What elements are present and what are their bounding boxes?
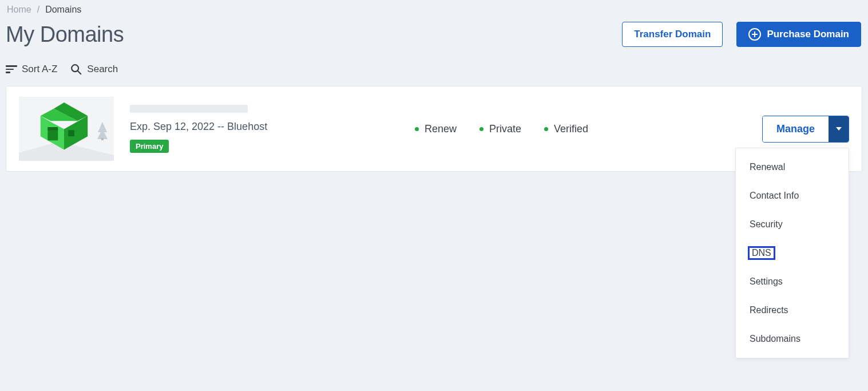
- page-header: My Domains Transfer Domain Purchase Doma…: [6, 19, 862, 58]
- dropdown-item-contact-info[interactable]: Contact Info: [736, 181, 849, 210]
- status-dot-icon: [415, 127, 419, 131]
- status-private[interactable]: Private: [479, 123, 521, 135]
- search-label: Search: [87, 64, 118, 75]
- primary-badge: Primary: [130, 140, 169, 153]
- sort-button[interactable]: Sort A-Z: [6, 64, 57, 75]
- dropdown-item-subdomains[interactable]: Subdomains: [736, 325, 849, 353]
- status-dot-icon: [479, 127, 483, 131]
- svg-rect-9: [47, 127, 58, 130]
- manage-button[interactable]: Manage: [763, 116, 829, 142]
- svg-rect-7: [68, 130, 74, 136]
- svg-line-1: [78, 71, 81, 74]
- purchase-domain-label: Purchase Domain: [767, 29, 849, 40]
- manage-dropdown-wrap: Manage Renewal Contact Info Security DNS…: [762, 116, 849, 143]
- header-actions: Transfer Domain Purchase Domain: [622, 22, 861, 47]
- dropdown-item-redirects[interactable]: Redirects: [736, 296, 849, 325]
- status-dot-icon: [544, 127, 548, 131]
- chevron-down-icon: [836, 127, 842, 131]
- page-title: My Domains: [6, 22, 124, 47]
- status-private-label: Private: [489, 123, 521, 135]
- svg-rect-11: [101, 138, 104, 140]
- domain-name-redacted: [130, 105, 248, 113]
- svg-marker-10: [97, 122, 108, 139]
- domain-info: Exp. Sep 12, 2022 -- Bluehost Primary: [130, 105, 393, 153]
- domain-expiration: Exp. Sep 12, 2022 -- Bluehost: [130, 121, 393, 133]
- breadcrumb-separator: /: [37, 5, 39, 15]
- transfer-domain-label: Transfer Domain: [634, 29, 711, 40]
- search-icon: [70, 63, 82, 76]
- domain-status-group: Renew Private Verified: [415, 123, 588, 135]
- status-verified[interactable]: Verified: [544, 123, 588, 135]
- purchase-domain-button[interactable]: Purchase Domain: [736, 22, 861, 47]
- sort-icon: [6, 65, 17, 73]
- sort-label: Sort A-Z: [22, 64, 57, 75]
- status-renew-label: Renew: [425, 123, 457, 135]
- manage-dropdown-menu: Renewal Contact Info Security DNS Settin…: [735, 148, 849, 358]
- house-icon: [38, 102, 90, 152]
- toolbar: Sort A-Z Search: [6, 58, 862, 86]
- breadcrumb-current: Domains: [45, 5, 81, 15]
- domain-card: Exp. Sep 12, 2022 -- Bluehost Primary Re…: [6, 86, 862, 172]
- dropdown-item-renewal[interactable]: Renewal: [736, 153, 849, 181]
- svg-rect-8: [47, 129, 58, 141]
- plus-circle-icon: [748, 28, 761, 41]
- status-renew[interactable]: Renew: [415, 123, 457, 135]
- tree-icon: [97, 122, 108, 140]
- domain-thumbnail: [19, 97, 114, 161]
- dropdown-item-security[interactable]: Security: [736, 210, 849, 239]
- status-verified-label: Verified: [554, 123, 588, 135]
- transfer-domain-button[interactable]: Transfer Domain: [622, 22, 723, 47]
- dropdown-item-dns[interactable]: DNS: [746, 244, 777, 262]
- manage-caret-button[interactable]: [829, 116, 849, 142]
- breadcrumb-home-link[interactable]: Home: [7, 5, 31, 15]
- dropdown-item-settings[interactable]: Settings: [736, 267, 849, 296]
- search-button[interactable]: Search: [70, 63, 118, 76]
- manage-split-button: Manage: [762, 116, 849, 143]
- breadcrumb: Home / Domains: [6, 3, 862, 19]
